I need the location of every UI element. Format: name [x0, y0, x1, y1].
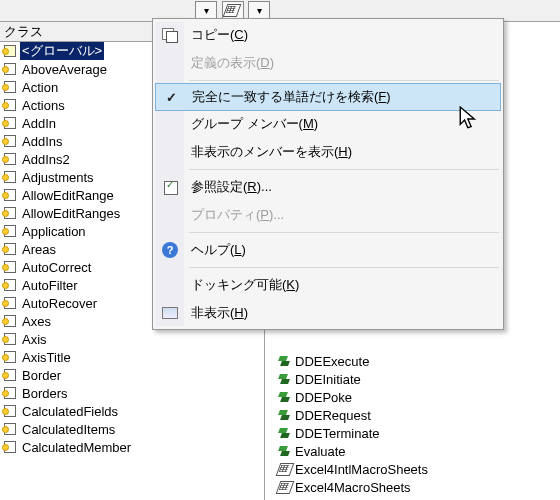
class-list-item[interactable]: AxisTitle: [0, 348, 264, 366]
menu-item[interactable]: ✓完全に一致する単語だけを検索(F): [155, 83, 501, 111]
class-icon: [2, 332, 18, 346]
member-list-item[interactable]: DDEPoke: [265, 388, 560, 406]
class-icon: [2, 116, 18, 130]
menu-item-label: 参照設定(R)...: [191, 178, 272, 196]
context-menu: コピー(C)定義の表示(D)✓完全に一致する単語だけを検索(F)グループ メンバ…: [152, 18, 504, 330]
menu-icon-empty: [161, 54, 179, 72]
menu-item[interactable]: 非表示(H): [155, 299, 501, 327]
menu-icon-empty: [161, 276, 179, 294]
menu-item[interactable]: グループ メンバー(M): [155, 110, 501, 138]
class-list-item[interactable]: Borders: [0, 384, 264, 402]
member-list-label: DDEExecute: [295, 354, 369, 369]
menu-icon-empty: [161, 206, 179, 224]
member-list-item[interactable]: DDERequest: [265, 406, 560, 424]
class-list-label: CalculatedItems: [20, 422, 117, 437]
menu-item-label: 非表示のメンバーを表示(H): [191, 143, 352, 161]
class-icon: [2, 98, 18, 112]
menu-item[interactable]: コピー(C): [155, 21, 501, 49]
member-list-label: Excel4MacroSheets: [295, 480, 411, 495]
help-icon: ?: [161, 241, 179, 259]
class-list-label: Actions: [20, 98, 67, 113]
class-icon: [2, 62, 18, 76]
class-list-label: Borders: [20, 386, 70, 401]
class-list-label: Application: [20, 224, 88, 239]
class-list-label: AllowEditRanges: [20, 206, 122, 221]
menu-item: プロパティ(P)...: [155, 201, 501, 229]
class-icon: [2, 350, 18, 364]
class-icon: [2, 404, 18, 418]
class-list-item[interactable]: CalculatedItems: [0, 420, 264, 438]
menu-item[interactable]: 参照設定(R)...: [155, 173, 501, 201]
class-icon: [2, 224, 18, 238]
menu-separator: [189, 232, 499, 233]
menu-item-label: コピー(C): [191, 26, 248, 44]
class-icon: [2, 278, 18, 292]
menu-item[interactable]: ドッキング可能(K): [155, 271, 501, 299]
class-icon: [2, 422, 18, 436]
check-icon: ✓: [162, 88, 180, 106]
menu-item-label: 非表示(H): [191, 304, 248, 322]
menu-item[interactable]: ?ヘルプ(L): [155, 236, 501, 264]
menu-item: 定義の表示(D): [155, 49, 501, 77]
menu-item-label: 定義の表示(D): [191, 54, 274, 72]
class-icon: [2, 260, 18, 274]
class-list-label: Adjustments: [20, 170, 96, 185]
method-icon: [277, 390, 293, 404]
class-list-label: CalculatedMember: [20, 440, 133, 455]
class-list-label: AutoCorrect: [20, 260, 93, 275]
worksheet-icon: [277, 462, 293, 476]
class-icon: [2, 296, 18, 310]
menu-icon-empty: [161, 115, 179, 133]
class-icon: [2, 206, 18, 220]
member-list-item[interactable]: Excel4MacroSheets: [265, 478, 560, 496]
member-list-item[interactable]: DDETerminate: [265, 424, 560, 442]
class-list-label: Border: [20, 368, 63, 383]
class-list-item[interactable]: CalculatedFields: [0, 402, 264, 420]
class-icon: [2, 314, 18, 328]
menu-item-label: プロパティ(P)...: [191, 206, 284, 224]
class-list-label: AddIns: [20, 134, 64, 149]
worksheet-icon: [277, 480, 293, 494]
class-list-item[interactable]: CalculatedMember: [0, 438, 264, 456]
class-icon: [2, 188, 18, 202]
toolbar-button[interactable]: [222, 1, 244, 19]
toolbar-dropdown-1[interactable]: ▾: [195, 1, 217, 19]
class-list-label: Axis: [20, 332, 49, 347]
toolbar-dropdown-2[interactable]: ▾: [248, 1, 270, 19]
method-icon: [277, 426, 293, 440]
class-list-label: AutoFilter: [20, 278, 80, 293]
class-icon: [2, 152, 18, 166]
class-icon: [2, 386, 18, 400]
member-list-item[interactable]: Evaluate: [265, 442, 560, 460]
class-list-label: AddIns2: [20, 152, 72, 167]
class-list-label: CalculatedFields: [20, 404, 120, 419]
method-icon: [277, 354, 293, 368]
menu-item[interactable]: 非表示のメンバーを表示(H): [155, 138, 501, 166]
member-list-label: DDERequest: [295, 408, 371, 423]
member-list-item[interactable]: DDEInitiate: [265, 370, 560, 388]
class-list-label: AllowEditRange: [20, 188, 116, 203]
menu-icon-empty: [161, 143, 179, 161]
class-icon: [2, 134, 18, 148]
member-list-label: DDEPoke: [295, 390, 352, 405]
method-icon: [277, 444, 293, 458]
member-list-label: Evaluate: [295, 444, 346, 459]
menu-separator: [189, 267, 499, 268]
class-list-label: Axes: [20, 314, 53, 329]
menu-item-label: グループ メンバー(M): [191, 115, 318, 133]
member-list-label: Excel4IntlMacroSheets: [295, 462, 428, 477]
copy-icon: [161, 26, 179, 44]
class-list-label: Areas: [20, 242, 58, 257]
class-list-item[interactable]: Axis: [0, 330, 264, 348]
class-icon: [2, 242, 18, 256]
class-icon: [2, 80, 18, 94]
class-list-label: AutoRecover: [20, 296, 99, 311]
class-icon: [2, 170, 18, 184]
method-icon: [277, 372, 293, 386]
member-list-item[interactable]: Excel4IntlMacroSheets: [265, 460, 560, 478]
class-list-label: Action: [20, 80, 60, 95]
class-list-item[interactable]: Border: [0, 366, 264, 384]
member-list-item[interactable]: DDEExecute: [265, 352, 560, 370]
class-icon: [2, 440, 18, 454]
menu-separator: [189, 80, 499, 81]
